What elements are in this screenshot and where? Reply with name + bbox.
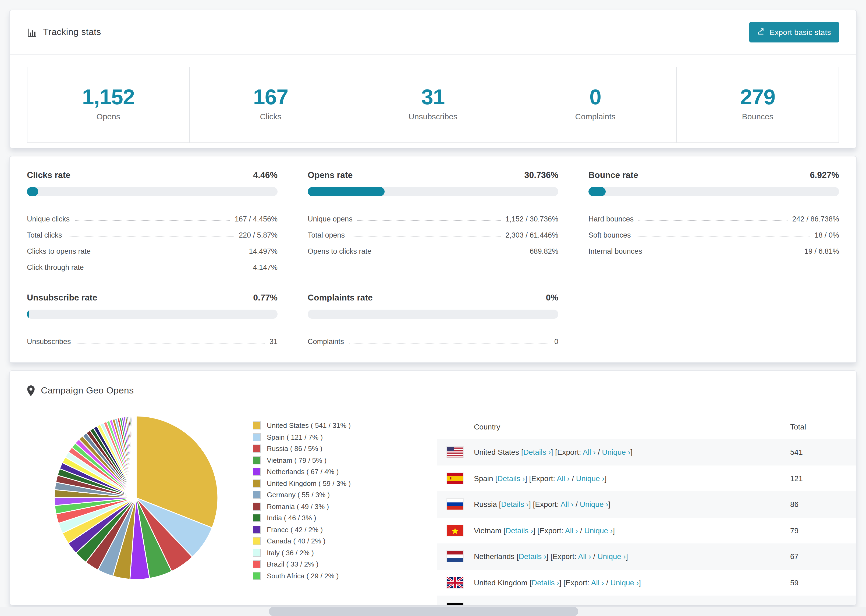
export-unique-link[interactable]: Unique › xyxy=(580,500,608,509)
rate-detail-row: Total opens 2,303 / 61.446% xyxy=(308,223,558,239)
geo-row-country: United States [Details ›] [Export: All ›… xyxy=(474,448,633,457)
dotted-leader xyxy=(349,343,550,344)
rate-progress-bar xyxy=(308,310,558,319)
flag-ru-icon xyxy=(447,499,463,510)
details-link[interactable]: Details › xyxy=(505,526,533,535)
summary-stat: 167 Clicks xyxy=(189,67,352,143)
rate-title: Opens rate xyxy=(308,170,353,180)
legend-label: Germany ( 55 / 3% ) xyxy=(267,491,330,499)
legend-label: Russia ( 86 / 5% ) xyxy=(267,445,323,453)
details-link[interactable]: Details › xyxy=(501,500,529,509)
legend-swatch xyxy=(253,537,261,545)
geo-table-row: United States [Details ›] [Export: All ›… xyxy=(437,439,856,465)
dotted-leader xyxy=(376,253,525,253)
rate-value: 4.46% xyxy=(253,170,277,180)
legend-swatch xyxy=(253,433,261,441)
rate-detail-value: 1,152 / 30.736% xyxy=(505,215,558,223)
summary-stat: 1,152 Opens xyxy=(27,67,189,143)
rate-panel: Clicks rate 4.46% Unique clicks 167 / 4.… xyxy=(27,170,277,272)
rate-detail-label: Total clicks xyxy=(27,231,62,239)
rate-detail-value: 31 xyxy=(269,338,277,346)
details-link[interactable]: Details › xyxy=(497,474,525,483)
legend-swatch xyxy=(253,422,261,430)
rate-detail-row: Soft bounces 18 / 0% xyxy=(589,223,839,239)
geo-table-row: Spain [Details ›] [Export: All › / Uniqu… xyxy=(437,465,856,491)
legend-item: United Kingdom ( 59 / 3% ) xyxy=(253,478,351,489)
export-all-link[interactable]: All › xyxy=(583,448,596,457)
rate-detail-value: 0 xyxy=(554,338,558,346)
export-basic-stats-button[interactable]: Export basic stats xyxy=(749,22,839,42)
legend-swatch xyxy=(253,468,261,476)
summary-stat: 279 Bounces xyxy=(676,67,839,143)
export-unique-link[interactable]: Unique › xyxy=(576,474,605,483)
geo-col-total: Total xyxy=(790,423,806,431)
country-name: United Kingdom xyxy=(474,578,527,587)
rates-card: Clicks rate 4.46% Unique clicks 167 / 4.… xyxy=(9,156,857,363)
export-prefix: Export: xyxy=(557,448,581,457)
legend-swatch xyxy=(253,526,261,534)
legend-item: Spain ( 121 / 7% ) xyxy=(253,431,351,443)
rate-title: Unsubscribe rate xyxy=(27,293,97,303)
export-unique-link[interactable]: Unique › xyxy=(602,448,630,457)
horizontal-scrollbar-thumb[interactable] xyxy=(269,607,578,616)
rate-progress-fill xyxy=(27,187,38,196)
summary-stat-value: 31 xyxy=(352,85,514,109)
rate-panel: Complaints rate 0% Complaints 0 xyxy=(308,293,558,346)
geo-row-total: 59 xyxy=(790,578,798,587)
export-all-link[interactable]: All › xyxy=(591,578,604,587)
country-name: Spain xyxy=(474,474,493,483)
dotted-leader xyxy=(74,220,230,221)
tracking-stats-card: Tracking stats Export basic stats 1,152 … xyxy=(9,10,857,148)
rate-detail-row: Hard bounces 242 / 86.738% xyxy=(589,207,839,223)
details-link[interactable]: Details › xyxy=(509,605,537,605)
rate-progress-bar xyxy=(27,310,277,319)
rate-panel: Unsubscribe rate 0.77% Unsubscribes 31 xyxy=(27,293,277,346)
horizontal-scrollbar-track[interactable] xyxy=(0,607,866,616)
dotted-leader xyxy=(647,253,800,253)
legend-item: Brazil ( 33 / 2% ) xyxy=(253,558,351,570)
legend-label: Italy ( 36 / 2% ) xyxy=(267,549,314,557)
tracking-stats-header: Tracking stats Export basic stats xyxy=(10,10,856,55)
dashboard-page: Tracking stats Export basic stats 1,152 … xyxy=(0,0,866,616)
rate-detail-label: Unique clicks xyxy=(27,215,70,223)
export-unique-link[interactable]: Unique › xyxy=(610,578,639,587)
details-link[interactable]: Details › xyxy=(532,578,559,587)
summary-stat-label: Opens xyxy=(27,112,189,121)
flag-us-icon xyxy=(447,447,463,458)
flag-nl-icon xyxy=(447,551,463,562)
rate-progress-fill xyxy=(27,310,29,319)
export-all-link[interactable]: All › xyxy=(557,474,570,483)
geo-row-country: United Kingdom [Details ›] [Export: All … xyxy=(474,578,641,587)
rate-detail-value: 220 / 5.87% xyxy=(239,231,277,239)
bar-chart-icon xyxy=(27,27,37,37)
rate-detail-row: Total clicks 220 / 5.87% xyxy=(27,223,277,239)
export-unique-link[interactable]: Unique › xyxy=(597,552,626,561)
geo-body: United States ( 541 / 31% ) Spain ( 121 … xyxy=(10,411,856,605)
export-icon xyxy=(757,27,765,37)
rate-detail-row: Opens to clicks rate 689.82% xyxy=(308,239,558,255)
geo-pie-chart[interactable] xyxy=(53,415,219,581)
export-all-link[interactable]: All › xyxy=(568,605,581,605)
export-all-link[interactable]: All › xyxy=(561,500,573,509)
rate-progress-bar xyxy=(589,187,839,196)
legend-item: Canada ( 40 / 2% ) xyxy=(253,535,351,547)
rate-detail-value: 19 / 6.81% xyxy=(805,247,839,255)
geo-table-row: Netherlands [Details ›] [Export: All › /… xyxy=(437,544,856,569)
flag-vn-icon xyxy=(447,525,463,536)
export-all-link[interactable]: All › xyxy=(578,552,591,561)
geo-row-total: 86 xyxy=(790,500,798,509)
flag-es-icon xyxy=(447,473,463,484)
rate-detail-value: 2,303 / 61.446% xyxy=(505,231,558,239)
geo-table-rows: United States [Details ›] [Export: All ›… xyxy=(437,439,856,605)
geo-pie-legend: United States ( 541 / 31% ) Spain ( 121 … xyxy=(253,420,351,581)
export-all-link[interactable]: All › xyxy=(565,526,578,535)
rate-detail-row: Unsubscribes 31 xyxy=(27,330,277,346)
rate-detail-label: Click through rate xyxy=(27,263,84,272)
details-link[interactable]: Details › xyxy=(523,448,551,457)
rate-detail-row: Complaints 0 xyxy=(308,330,558,346)
export-unique-link[interactable]: Unique › xyxy=(584,526,612,535)
details-link[interactable]: Details › xyxy=(519,552,546,561)
legend-item: Netherlands ( 67 / 4% ) xyxy=(253,466,351,478)
geo-row-total: 55 xyxy=(790,605,798,605)
export-unique-link[interactable]: Unique › xyxy=(587,605,616,605)
